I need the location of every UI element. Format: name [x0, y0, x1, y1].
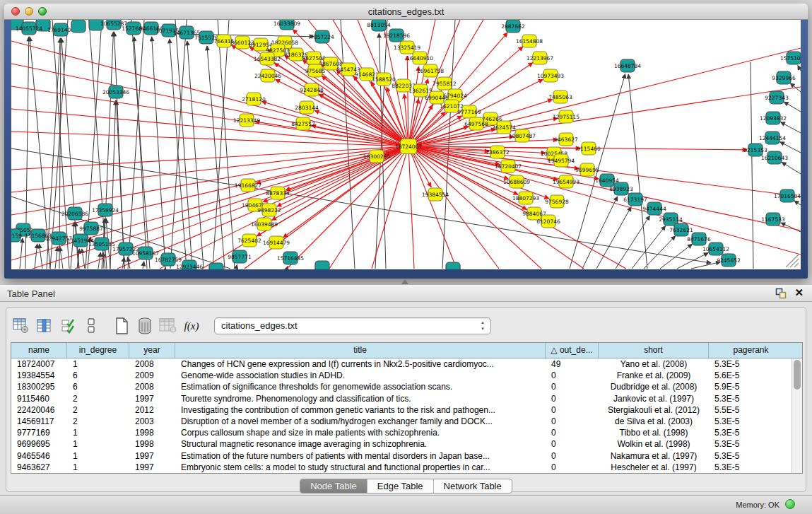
- table-row[interactable]: 1830029562008Estimation of significance …: [11, 381, 792, 392]
- delete-column-icon[interactable]: [134, 315, 155, 337]
- application-window: citations_edges.txt 14055724176914061065…: [0, 0, 812, 514]
- table-cell-short: Hescheler et al. (1997): [599, 462, 709, 473]
- graph-node-label: 1362615: [408, 88, 433, 94]
- graph-node[interactable]: [209, 263, 223, 269]
- graph-edge: [781, 122, 801, 133]
- close-panel-icon[interactable]: ✕: [794, 286, 804, 299]
- graph-node[interactable]: [71, 20, 86, 33]
- network-canvas-svg: 1405572417691406106552871527602946616010…: [11, 20, 801, 269]
- graph-node-label: 7955812: [433, 81, 457, 87]
- table-cell-out_degree: 0: [546, 438, 599, 450]
- graph-node-label: 10807487: [509, 133, 536, 139]
- graph-node-label: 16039489: [251, 221, 278, 228]
- column-header-title[interactable]: title: [175, 343, 546, 358]
- graph-node-label: 16648784: [614, 63, 641, 69]
- table-cell-in_degree: 2: [67, 393, 129, 404]
- graph-edge: [257, 146, 408, 183]
- splitter-handle-icon[interactable]: [401, 279, 408, 284]
- graph-node-label: 7632621: [669, 227, 693, 233]
- graph-edge: [60, 247, 63, 269]
- table-cell-pagerank: 5.3E-5: [709, 462, 793, 473]
- graph-node-label: 19384554: [422, 192, 449, 198]
- graph-node-label: 3624574: [492, 124, 516, 131]
- graph-node-label: 15751074: [780, 55, 801, 62]
- graph-node[interactable]: [315, 261, 329, 269]
- graph-node-label: 6794024: [443, 93, 467, 99]
- graph-node-label: 12923446: [176, 264, 203, 270]
- graph-edge: [170, 39, 187, 269]
- table-header-row: namein_degreeyeartitle△ out_de...shortpa…: [11, 343, 802, 358]
- table-row[interactable]: 1872400712008Changes of HCN gene express…: [11, 358, 792, 370]
- table-cell-year: 1998: [129, 438, 175, 450]
- table-row[interactable]: 946554611997Estimation of the future num…: [11, 450, 792, 462]
- table-mode-settings-icon[interactable]: [11, 315, 32, 337]
- graph-edge: [143, 262, 144, 269]
- network-canvas[interactable]: 1405572417691406106552871527602946616010…: [11, 20, 801, 269]
- create-column-icon[interactable]: [111, 315, 132, 337]
- tab-node-table[interactable]: Node Table: [300, 479, 367, 493]
- network-view-window: citations_edges.txt 14055724176914061065…: [4, 4, 808, 279]
- table-cell-short: Franke et al. (2009): [599, 370, 709, 381]
- graph-edge: [283, 146, 408, 238]
- scrollbar-thumb[interactable]: [794, 360, 801, 390]
- float-panel-icon[interactable]: [775, 288, 787, 299]
- table-cell-year: 1998: [129, 427, 175, 438]
- graph-edge: [596, 206, 631, 269]
- column-header-pagerank[interactable]: pagerank: [709, 343, 793, 358]
- column-header-in_degree[interactable]: in_degree: [67, 343, 129, 358]
- column-header-name[interactable]: name: [11, 343, 67, 358]
- import-table-icon[interactable]: [158, 315, 179, 337]
- graph-edge: [582, 197, 618, 269]
- graph-node-label: 1167533: [761, 216, 785, 223]
- graph-edge: [152, 37, 165, 269]
- table-row[interactable]: 2242004622012Investigating the contribut…: [11, 404, 792, 416]
- column-header-out_degree[interactable]: △ out_de...: [546, 343, 599, 358]
- function-builder-icon[interactable]: f(x): [181, 315, 202, 337]
- graph-node-label: 8471676: [687, 236, 711, 243]
- graph-node-label: 7485063: [548, 94, 572, 100]
- table-row[interactable]: 911546021997Tourette syndrome. Phenomeno…: [11, 393, 792, 404]
- table-cell-short: Dudbridge et al. (2008): [599, 381, 709, 392]
- column-header-year[interactable]: year: [129, 343, 175, 358]
- table-row[interactable]: 1456911722003Disruption of a novel membe…: [11, 416, 792, 427]
- table-row[interactable]: 1938455462009Genome-wide association stu…: [11, 370, 792, 381]
- panel-splitter[interactable]: [0, 279, 812, 285]
- table-row[interactable]: 977716911998Corpus callosum shape and si…: [11, 427, 792, 438]
- graph-node-label: 39159: [11, 233, 22, 239]
- graph-node-label: 18300295: [363, 153, 390, 160]
- table-cell-name: 18724007: [11, 358, 67, 370]
- table-row[interactable]: 969969511998Structural magnetic resonanc…: [11, 438, 792, 450]
- table-cell-short: Jankovic et al. (1997): [599, 393, 709, 404]
- tab-edge-table[interactable]: Edge Table: [367, 479, 434, 493]
- column-header-short[interactable]: short: [599, 343, 709, 358]
- table-cell-in_degree: 2: [67, 416, 129, 427]
- table-cell-out_degree: 0: [546, 370, 599, 381]
- vertical-scrollbar[interactable]: [792, 358, 802, 473]
- graph-node-label: 7625402: [237, 238, 261, 244]
- resize-grip-icon: [786, 255, 799, 267]
- table-cell-in_degree: 1: [67, 427, 129, 438]
- graph-node[interactable]: [446, 262, 460, 269]
- table-row[interactable]: 946362711997Embryonic stem cells: a mode…: [11, 462, 792, 473]
- select-rows-icon[interactable]: [57, 315, 78, 337]
- network-select-dropdown[interactable]: citations_edges.txt ▲▼: [214, 317, 491, 334]
- nodes-layer: 1405572417691406106552871527602946616010…: [11, 20, 801, 269]
- table-cell-pagerank: 5.3E-5: [709, 438, 793, 450]
- graph-node-label: 17016504: [774, 193, 801, 199]
- graph-edge: [40, 244, 42, 269]
- show-columns-icon[interactable]: [34, 315, 55, 337]
- table-cell-year: 2008: [129, 381, 175, 392]
- table-cell-out_degree: 0: [546, 393, 599, 404]
- graph-edge: [798, 65, 801, 71]
- graph-node-label: 2718120: [242, 96, 266, 103]
- tab-network-table[interactable]: Network Table: [434, 479, 512, 493]
- window-title: citations_edges.txt: [4, 6, 808, 17]
- window-titlebar[interactable]: citations_edges.txt: [4, 4, 808, 20]
- table-cell-title: Investigating the contribution of common…: [175, 404, 546, 416]
- graph-node-label: 14055724: [16, 25, 42, 32]
- table-cell-year: 1997: [129, 450, 175, 462]
- table-cell-short: Nakamura et al. (1997): [599, 450, 709, 462]
- graph-node-label: 19166827: [235, 182, 261, 189]
- merge-cells-icon[interactable]: [81, 315, 102, 337]
- graph-node-label: 9756928: [545, 199, 569, 205]
